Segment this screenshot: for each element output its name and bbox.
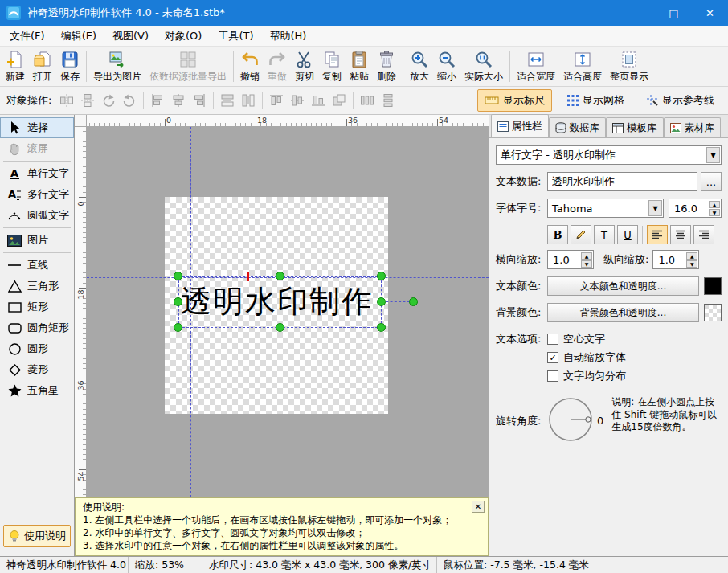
menu-view[interactable]: 视图(V)	[104, 26, 157, 47]
align-left-button-op[interactable]	[147, 90, 168, 111]
selection-handle-bottom-right[interactable]	[377, 323, 386, 332]
text-color-swatch[interactable]	[704, 277, 722, 295]
zoom-out-button[interactable]: 缩小	[433, 48, 460, 85]
spin-down-icon[interactable]: ▼	[581, 260, 592, 268]
rotation-handle[interactable]	[409, 297, 418, 306]
same-width-button[interactable]	[217, 90, 238, 111]
tool-multi-line-text[interactable]: A 多行文字	[0, 184, 74, 205]
font-size-spinner[interactable]: 16.0 ▲▼	[669, 199, 722, 218]
same-size-button[interactable]	[329, 90, 350, 111]
redo-button[interactable]: 重做	[264, 48, 291, 85]
paste-button[interactable]: 粘贴	[346, 48, 373, 85]
h-scale-spinner[interactable]: 1.0 ▲▼	[547, 250, 594, 269]
copy-button[interactable]: 复制	[318, 48, 346, 85]
align-right-button-op[interactable]	[189, 90, 210, 111]
v-scale-spinner[interactable]: 1.0 ▲▼	[652, 250, 699, 269]
tool-triangle[interactable]: 三角形	[0, 276, 74, 297]
tool-select[interactable]: 选择	[0, 117, 74, 138]
show-grid-toggle[interactable]: 显示网格	[560, 89, 632, 112]
bg-color-swatch[interactable]	[704, 304, 722, 321]
tool-arc-text[interactable]: 圆弧文字	[0, 205, 74, 226]
zoom-in-button[interactable]: 放大	[406, 48, 433, 85]
selection-handle-top-left[interactable]	[174, 272, 182, 280]
tool-rectangle[interactable]: 矩形	[0, 297, 74, 317]
distribute-vertical-button[interactable]	[378, 90, 399, 111]
flip-horizontal-button[interactable]	[56, 90, 77, 111]
italic-button[interactable]	[571, 225, 591, 244]
spin-up-icon[interactable]: ▲	[686, 252, 697, 260]
selection-handle-middle-left[interactable]	[174, 297, 182, 306]
tool-rounded-rectangle[interactable]: 圆角矩形	[0, 317, 74, 338]
show-ruler-toggle[interactable]: 显示标尺	[477, 89, 552, 112]
strikethrough-button[interactable]: T	[594, 225, 615, 244]
selection-handle-bottom-center[interactable]	[276, 323, 284, 332]
rotation-dial[interactable]	[547, 396, 594, 443]
actual-size-button[interactable]: 实际大小	[460, 48, 507, 85]
menu-help[interactable]: 帮助(H)	[262, 26, 315, 47]
minimize-button[interactable]: —	[620, 0, 656, 26]
selection-handle-middle-right[interactable]	[377, 297, 386, 306]
align-center-button[interactable]	[670, 225, 691, 244]
tool-line[interactable]: 直线	[0, 255, 74, 276]
undo-button[interactable]: 撤销	[236, 48, 264, 85]
tool-image[interactable]: 图片	[0, 230, 74, 251]
help-close-button[interactable]: ✕	[472, 501, 485, 513]
show-guides-toggle[interactable]: 显示参考线	[640, 89, 722, 112]
text-data-input[interactable]	[547, 172, 697, 191]
flip-vertical-button[interactable]	[77, 90, 98, 111]
rot-right-button[interactable]	[119, 90, 140, 111]
menu-tools[interactable]: 工具(T)	[210, 26, 261, 47]
bold-button[interactable]: B	[547, 225, 568, 244]
spin-up-icon[interactable]: ▲	[581, 252, 592, 260]
watermark-text[interactable]: 透明水印制作	[181, 276, 374, 328]
tool-circle[interactable]: 圆形	[0, 338, 74, 359]
fit-width-button[interactable]: 适合宽度	[513, 48, 559, 85]
align-bottom-button[interactable]	[308, 90, 329, 111]
save-button[interactable]: 保存	[56, 48, 84, 85]
rot-left-button[interactable]	[98, 90, 119, 111]
spin-down-icon[interactable]: ▼	[709, 209, 720, 216]
batch-export-button[interactable]: 依数据源批量导出	[145, 48, 231, 85]
tool-diamond[interactable]: 菱形	[0, 359, 74, 380]
align-middle-button[interactable]	[287, 90, 308, 111]
canvas[interactable]: 透明水印制作	[87, 127, 489, 497]
tab-templates[interactable]: 模板库	[606, 117, 664, 137]
tool-single-line-text[interactable]: A 单行文字	[0, 163, 74, 184]
tool-star[interactable]: 五角星	[0, 380, 74, 401]
selection-handle-top-right[interactable]	[377, 272, 386, 280]
text-color-button[interactable]: 文本颜色和透明度...	[547, 276, 699, 296]
cut-button[interactable]: 剪切	[291, 48, 318, 85]
autoscale-font-checkbox[interactable]: ✓	[547, 352, 558, 363]
selection-handle-bottom-left[interactable]	[174, 323, 182, 332]
full-page-button[interactable]: 整页显示	[606, 48, 652, 85]
same-height-button[interactable]	[238, 90, 259, 111]
more-button[interactable]: ...	[701, 172, 722, 191]
open-button[interactable]: 打开	[29, 48, 56, 85]
align-right-button[interactable]	[693, 225, 714, 244]
spin-up-icon[interactable]: ▲	[709, 201, 720, 208]
distribute-horizontal-button[interactable]	[357, 90, 378, 111]
align-top-button[interactable]	[266, 90, 287, 111]
vertical-ruler[interactable]: 0 18 36 54	[75, 127, 87, 497]
close-button[interactable]: ✕	[692, 0, 728, 26]
menu-edit[interactable]: 编辑(E)	[53, 26, 104, 47]
new-button[interactable]: 新建	[2, 48, 29, 85]
tool-pan[interactable]: 滚屏	[0, 138, 74, 159]
bg-color-button[interactable]: 背景颜色和透明度...	[547, 303, 699, 322]
distribute-text-checkbox[interactable]	[547, 370, 558, 382]
maximize-button[interactable]: □	[656, 0, 692, 26]
object-selector[interactable]: 单行文字 - 透明水印制作 ▼	[496, 145, 722, 165]
tab-database[interactable]: 数据库	[549, 117, 607, 137]
spin-down-icon[interactable]: ▼	[686, 260, 697, 268]
usage-help-button[interactable]: 使用说明	[3, 525, 71, 547]
tab-attributes[interactable]: 属性栏	[491, 114, 549, 137]
align-center-horizontal-button[interactable]	[168, 90, 189, 111]
font-family-select[interactable]: Tahoma ▼	[547, 199, 664, 218]
export-image-button[interactable]: 导出为图片	[89, 48, 145, 85]
fit-height-button[interactable]: 适合高度	[559, 48, 606, 85]
align-left-button[interactable]	[647, 225, 668, 244]
underline-button[interactable]: U	[617, 225, 638, 244]
menu-object[interactable]: 对象(O)	[157, 26, 210, 47]
tab-materials[interactable]: 素材库	[664, 117, 722, 137]
menu-file[interactable]: 文件(F)	[2, 26, 53, 47]
